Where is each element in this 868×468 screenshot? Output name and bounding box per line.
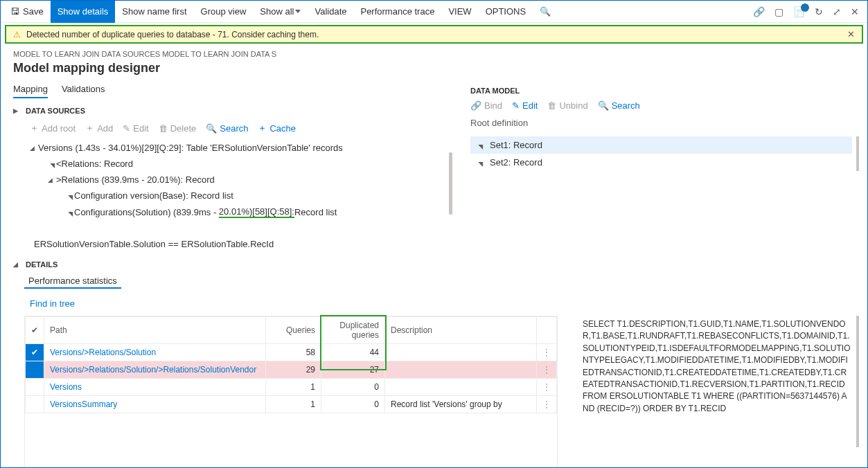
tree-scrollbar[interactable] bbox=[449, 152, 452, 215]
data-model-tree: ◢Set1: Record ◢Set2: Record bbox=[470, 136, 859, 171]
search-toolbar-button[interactable]: 🔍 bbox=[533, 1, 558, 23]
show-name-first-button[interactable]: Show name first bbox=[115, 1, 193, 23]
row2-queries: 1 bbox=[266, 379, 321, 396]
col-path-label: Path bbox=[50, 325, 67, 335]
dm-item-set2[interactable]: ◢Set2: Record bbox=[470, 154, 852, 171]
add-root-button[interactable]: ＋ Add root bbox=[30, 122, 76, 134]
tree-node-config-sol[interactable]: ◢Configurations(Solution) (839.9ms - 20.… bbox=[30, 204, 448, 221]
root-definition: Root definition bbox=[466, 118, 859, 132]
warning-text: Detected number of duplicate queries to … bbox=[26, 30, 319, 39]
find-in-tree-link[interactable]: Find in tree bbox=[9, 289, 859, 316]
validate-button[interactable]: Validate bbox=[308, 1, 353, 23]
expression-value: ERSolutionVersionTable.Solution == ERSol… bbox=[34, 239, 274, 249]
edit-label: Edit bbox=[133, 123, 148, 134]
breadcrumb-text: MODEL TO LEARN JOIN DATA SOURCES MODEL T… bbox=[13, 50, 276, 58]
popout-icon[interactable]: ⤢ bbox=[833, 6, 841, 17]
show-details-button[interactable]: Show details bbox=[51, 1, 116, 23]
col-path[interactable]: Path bbox=[44, 317, 266, 344]
col-dup-label: Duplicated queries bbox=[339, 321, 379, 340]
col-queries-label: Queries bbox=[286, 325, 315, 335]
row2-dup: 0 bbox=[321, 379, 385, 396]
row3-path[interactable]: VersionsSummary bbox=[50, 399, 117, 409]
close-icon[interactable]: ✕ bbox=[851, 6, 859, 17]
dm-search-button[interactable]: 🔍 Search bbox=[598, 100, 640, 111]
row-menu-icon[interactable]: ⋮ bbox=[537, 396, 557, 413]
table-row[interactable]: Versions 1 0 ⋮ bbox=[26, 379, 557, 396]
row-menu-icon[interactable]: ⋮ bbox=[537, 379, 557, 396]
show-name-first-label: Show name first bbox=[122, 6, 186, 17]
dm-item-set1[interactable]: ◢Set1: Record bbox=[470, 136, 852, 154]
link-icon[interactable]: 🔗 bbox=[753, 6, 765, 17]
document-icon[interactable]: 📄0 bbox=[793, 6, 805, 17]
check-all[interactable]: ✔ bbox=[31, 325, 38, 335]
row1-path[interactable]: Versions/>Relations/Solution/>Relations/… bbox=[50, 365, 256, 375]
refresh-icon[interactable]: ↻ bbox=[815, 6, 823, 17]
col-duplicated[interactable]: Duplicated queries bbox=[321, 317, 385, 344]
dm-edit-button[interactable]: ✎ Edit bbox=[512, 100, 538, 111]
page-title: Model mapping designer bbox=[1, 60, 867, 81]
dm-set2-label: Set2: Record bbox=[490, 157, 542, 168]
col-queries[interactable]: Queries bbox=[266, 317, 321, 344]
tree-node-versions[interactable]: ◢Versions (1.43s - 34.01%)[29][Q:29]: Ta… bbox=[30, 140, 448, 156]
tree-config-sol-post: Record list bbox=[294, 207, 337, 217]
cache-label: Cache bbox=[269, 123, 296, 134]
caret-right-icon: ◢ bbox=[67, 208, 73, 217]
row0-path[interactable]: Versions/>Relations/Solution bbox=[50, 348, 156, 357]
warning-icon: ⚠ bbox=[13, 30, 21, 39]
sql-preview: SELECT T1.DESCRIPTION,T1.GUID,T1.NAME,T1… bbox=[578, 316, 859, 447]
table-row[interactable]: Versions/>Relations/Solution/>Relations/… bbox=[26, 361, 557, 379]
table-row[interactable]: VersionsSummary 1 0 Record list 'Version… bbox=[26, 396, 557, 413]
row1-dup: 27 bbox=[321, 361, 385, 379]
find-label: Find in tree bbox=[30, 298, 75, 309]
search-button[interactable]: 🔍 Search bbox=[206, 122, 248, 134]
add-label: Add bbox=[97, 123, 113, 134]
cache-button[interactable]: ＋ Cache bbox=[258, 122, 296, 134]
row3-queries: 1 bbox=[266, 396, 321, 413]
window-controls: 🔗 ▢ 📄0 ↻ ⤢ ✕ bbox=[753, 6, 865, 17]
row2-path[interactable]: Versions bbox=[50, 382, 82, 392]
tree-versions-label: Versions (1.43s - 34.01%)[29][Q:29]: Tab… bbox=[38, 143, 343, 153]
perf-stats-label: Performance statistics bbox=[28, 276, 117, 286]
view-button[interactable]: VIEW bbox=[441, 1, 478, 23]
warning-close-button[interactable]: ✕ bbox=[847, 29, 855, 39]
col-description[interactable]: Description bbox=[385, 317, 537, 344]
add-button[interactable]: ＋ Add bbox=[85, 122, 113, 134]
unbind-label: Unbind bbox=[559, 100, 587, 111]
tab-validations-label: Validations bbox=[62, 84, 105, 94]
performance-statistics-tab[interactable]: Performance statistics bbox=[24, 273, 121, 289]
tree-config-sol-pre: Configurations(Solution) (839.9ms - bbox=[74, 207, 216, 217]
row-menu-icon[interactable]: ⋮ bbox=[537, 344, 557, 361]
group-view-button[interactable]: Group view bbox=[194, 1, 254, 23]
data-sources-header[interactable]: ▶DATA SOURCES bbox=[9, 101, 452, 119]
tree-config-base-label: Configuration version(Base): Record list bbox=[74, 190, 233, 201]
bind-button[interactable]: 🔗 Bind bbox=[470, 100, 502, 111]
row-menu-icon[interactable]: ⋮ bbox=[537, 361, 557, 379]
details-header[interactable]: ◢DETAILS bbox=[9, 255, 859, 273]
show-details-label: Show details bbox=[57, 6, 109, 17]
sql-text: SELECT T1.DESCRIPTION,T1.GUID,T1.NAME,T1… bbox=[583, 319, 851, 413]
data-model-actions: 🔗 Bind ✎ Edit 🗑 Unbind 🔍 Search bbox=[466, 100, 859, 118]
tree-node-rel-out[interactable]: ◢>Relations (839.9ms - 20.01%): Record bbox=[30, 172, 448, 188]
options-button[interactable]: OPTIONS bbox=[479, 1, 533, 23]
expression-text: ERSolutionVersionTable.Solution == ERSol… bbox=[9, 226, 452, 255]
tree-config-sol-underline: 20.01%)[58][Q:58]: bbox=[219, 206, 294, 218]
show-all-button[interactable]: Show all bbox=[253, 1, 308, 23]
bind-label: Bind bbox=[484, 100, 502, 111]
table-row[interactable]: ✔ Versions/>Relations/Solution 58 44 ⋮ bbox=[26, 344, 557, 361]
group-view-label: Group view bbox=[201, 6, 247, 17]
dm-search-label: Search bbox=[612, 100, 640, 111]
col-desc-label: Description bbox=[391, 325, 432, 335]
tab-mapping[interactable]: Mapping bbox=[13, 81, 48, 98]
tree-node-config-base[interactable]: ◢Configuration version(Base): Record lis… bbox=[30, 188, 448, 204]
unbind-button[interactable]: 🗑 Unbind bbox=[547, 100, 587, 111]
save-button[interactable]: 🖫Save bbox=[3, 1, 51, 23]
tab-validations[interactable]: Validations bbox=[62, 81, 105, 98]
data-model-header: DATA MODEL bbox=[466, 81, 859, 100]
row2-desc bbox=[385, 379, 537, 396]
row0-queries: 58 bbox=[266, 344, 321, 361]
performance-trace-button[interactable]: Performance trace bbox=[353, 1, 441, 23]
tree-node-rel-in[interactable]: ◢<Relations: Record bbox=[30, 156, 448, 172]
office-icon[interactable]: ▢ bbox=[774, 6, 783, 17]
delete-button[interactable]: 🗑 Delete bbox=[159, 122, 197, 134]
edit-button[interactable]: ✎ Edit bbox=[123, 122, 148, 134]
